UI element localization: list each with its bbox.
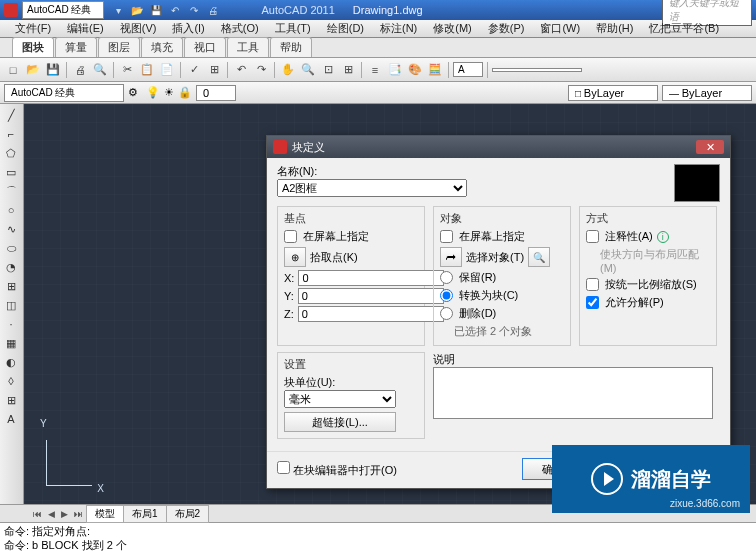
open-in-editor-checkbox[interactable] [277,461,290,474]
match-prop-icon[interactable]: ✓ [185,61,203,79]
tab-hatch[interactable]: 填充 [141,37,183,57]
undo-icon[interactable]: ↶ [167,3,183,17]
retain-radio[interactable] [440,271,453,284]
ellipse-icon[interactable]: ⬭ [1,239,21,257]
allow-explode-checkbox[interactable] [586,296,599,309]
table-icon[interactable]: ⊞ [1,391,21,409]
text-icon[interactable]: A [1,410,21,428]
calc-icon[interactable]: 🧮 [426,61,444,79]
menu-edit[interactable]: 编辑(E) [60,20,111,37]
zoom-icon[interactable]: 🔍 [299,61,317,79]
text-style-combo[interactable]: A [453,62,483,77]
block-name-input[interactable]: A2图框 [277,179,467,197]
menu-view[interactable]: 视图(V) [113,20,164,37]
color-combo[interactable]: □ ByLayer [568,85,658,101]
layer-sun-icon[interactable]: ☀ [164,86,174,99]
properties-icon[interactable]: ≡ [366,61,384,79]
pline-icon[interactable]: ⌐ [1,125,21,143]
arc-icon[interactable]: ⌒ [1,182,21,200]
tab-viewport[interactable]: 视口 [184,37,226,57]
ws-settings-icon[interactable]: ⚙ [128,86,138,99]
tab-layout1[interactable]: 布局1 [123,505,167,523]
save-doc-icon[interactable]: 💾 [44,61,62,79]
paste-icon[interactable]: 📄 [158,61,176,79]
tab-nav-next-icon[interactable]: ▶ [58,509,71,519]
workspace-combo[interactable]: AutoCAD 经典 [4,84,124,102]
layer-freeze-icon[interactable]: 💡 [146,86,160,99]
tab-nav-first-icon[interactable]: ⏮ [30,509,45,519]
tab-layer[interactable]: 图层 [98,37,140,57]
ellipse-arc-icon[interactable]: ◔ [1,258,21,276]
make-block-icon[interactable]: ◫ [1,296,21,314]
tab-model[interactable]: 模型 [86,505,124,523]
menu-format[interactable]: 格式(O) [214,20,266,37]
print-icon[interactable]: 🖨 [205,3,221,17]
hatch-icon[interactable]: ▦ [1,334,21,352]
annotative-checkbox[interactable] [586,230,599,243]
hyperlink-button[interactable]: 超链接(L)... [284,412,396,432]
dialog-titlebar[interactable]: 块定义 ✕ [267,136,730,158]
menu-modify[interactable]: 修改(M) [426,20,479,37]
z-input[interactable] [298,306,444,322]
menu-window[interactable]: 窗口(W) [533,20,587,37]
insert-block-icon[interactable]: ⊞ [1,277,21,295]
line-icon[interactable]: ╱ [1,106,21,124]
workspace-dropdown[interactable]: AutoCAD 经典 [22,1,104,19]
gradient-icon[interactable]: ◐ [1,353,21,371]
point-icon[interactable]: · [1,315,21,333]
close-icon[interactable]: ✕ [696,140,724,154]
new-icon[interactable]: ▾ [110,3,126,17]
tab-layout2[interactable]: 布局2 [166,505,210,523]
tool-palette-icon[interactable]: 🎨 [406,61,424,79]
menu-parametric[interactable]: 参数(P) [481,20,532,37]
select-objects-button[interactable]: ⮫ [440,247,462,267]
description-textarea[interactable] [433,367,713,419]
region-icon[interactable]: ◊ [1,372,21,390]
obj-onscreen-checkbox[interactable] [440,230,453,243]
copy-icon[interactable]: 📋 [138,61,156,79]
layer-lock-icon[interactable]: 🔒 [178,86,192,99]
info-icon[interactable]: i [657,231,669,243]
menu-extra[interactable]: 忆把豆平谷(B) [642,20,726,37]
tab-nav-prev-icon[interactable]: ◀ [45,509,58,519]
scale-uniform-checkbox[interactable] [586,278,599,291]
tab-block[interactable]: 图块 [12,37,54,57]
tab-quantity[interactable]: 算量 [55,37,97,57]
redo-btn-icon[interactable]: ↷ [252,61,270,79]
delete-radio[interactable] [440,307,453,320]
unit-select[interactable]: 毫米 [284,390,396,408]
zoom-window-icon[interactable]: ⊡ [319,61,337,79]
redo-icon[interactable]: ↷ [186,3,202,17]
menu-insert[interactable]: 插入(I) [165,20,211,37]
dim-style-combo[interactable] [492,68,582,72]
quick-select-button[interactable]: 🔍 [528,247,550,267]
menu-draw[interactable]: 绘图(D) [320,20,371,37]
command-line[interactable]: 命令: 指定对角点: 命令: b BLOCK 找到 2 个 [0,522,756,551]
menu-tools[interactable]: 工具(T) [268,20,318,37]
block-editor-icon[interactable]: ⊞ [205,61,223,79]
linetype-combo[interactable]: — ByLayer [662,85,752,101]
convert-radio[interactable] [440,289,453,302]
polygon-icon[interactable]: ⬠ [1,144,21,162]
base-onscreen-checkbox[interactable] [284,230,297,243]
spline-icon[interactable]: ∿ [1,220,21,238]
y-input[interactable] [298,288,444,304]
open-doc-icon[interactable]: 📂 [24,61,42,79]
rect-icon[interactable]: ▭ [1,163,21,181]
save-icon[interactable]: 💾 [148,3,164,17]
layer-combo[interactable]: 0 [196,85,236,101]
sheet-set-icon[interactable]: 📑 [386,61,404,79]
cut-icon[interactable]: ✂ [118,61,136,79]
pan-icon[interactable]: ✋ [279,61,297,79]
x-input[interactable] [298,270,444,286]
undo-btn-icon[interactable]: ↶ [232,61,250,79]
open-icon[interactable]: 📂 [129,3,145,17]
pick-point-button[interactable]: ⊕ [284,247,306,267]
circle-icon[interactable]: ○ [1,201,21,219]
tab-tools[interactable]: 工具 [227,37,269,57]
menu-help[interactable]: 帮助(H) [589,20,640,37]
menu-file[interactable]: 文件(F) [8,20,58,37]
menu-dimension[interactable]: 标注(N) [373,20,424,37]
plot-icon[interactable]: 🖨 [71,61,89,79]
new-doc-icon[interactable]: □ [4,61,22,79]
